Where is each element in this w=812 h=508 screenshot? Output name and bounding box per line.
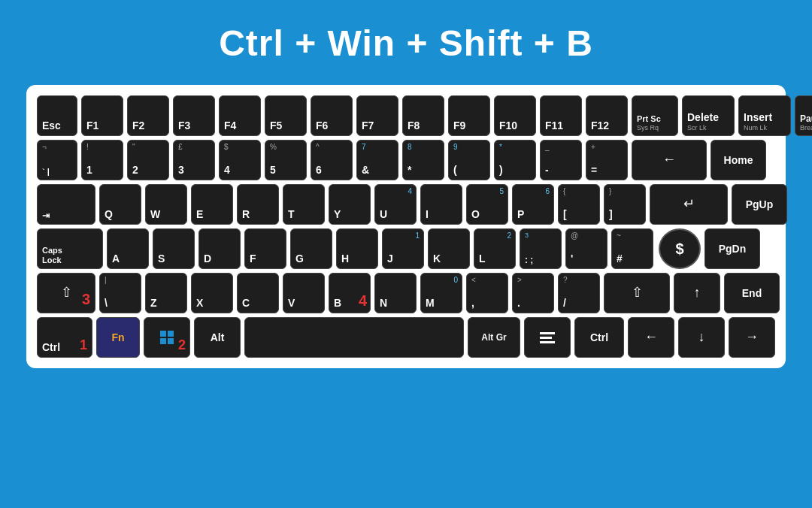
key-fn[interactable]: Fn — [96, 317, 140, 358]
key-z[interactable]: Z — [145, 273, 187, 313]
key-f4[interactable]: F4 — [219, 95, 261, 136]
key-f8[interactable]: F8 — [402, 95, 444, 136]
key-2[interactable]: " 2 — [127, 140, 169, 180]
key-slash[interactable]: ? / — [558, 273, 600, 313]
key-m[interactable]: 0 M — [420, 273, 462, 313]
key-5[interactable]: % 5 — [265, 140, 307, 180]
key-f2[interactable]: F2 — [127, 95, 169, 136]
key-k[interactable]: K — [428, 228, 470, 269]
key-quote[interactable]: @ ' — [565, 228, 607, 269]
key-hash[interactable]: ~ # — [611, 228, 653, 269]
row-zxcv: 3 ⇧ | \ Z X C V 4 B N 0 M < , > . ? / — [37, 273, 775, 313]
key-u[interactable]: 4 U — [374, 184, 417, 225]
menu-icon — [538, 331, 556, 345]
page-title: Ctrl + Win + Shift + B — [219, 23, 593, 64]
key-home[interactable]: Home — [710, 140, 766, 180]
key-backslash2[interactable]: | \ — [99, 273, 141, 313]
row-function: Esc F1 F2 F3 F4 F5 F6 F7 F8 F9 F10 F11 F… — [37, 95, 775, 136]
key-end[interactable]: End — [724, 273, 780, 313]
row-number: ¬ ` | ! 1 " 2 £ 3 $ 4 % 5 ^ 6 7 & — [37, 140, 775, 180]
keyboard: Esc F1 F2 F3 F4 F5 F6 F7 F8 F9 F10 F11 F… — [26, 85, 786, 368]
key-backtick[interactable]: ¬ ` | — [37, 140, 77, 180]
key-equals[interactable]: + = — [586, 140, 628, 180]
key-f12[interactable]: F12 — [586, 95, 628, 136]
key-close-bracket[interactable]: } ] — [604, 184, 646, 225]
key-f7[interactable]: F7 — [356, 95, 398, 136]
key-0[interactable]: * ) — [494, 140, 536, 180]
key-r[interactable]: R — [237, 184, 279, 225]
key-circle-s[interactable]: $ — [659, 228, 701, 269]
key-semicolon[interactable]: 3 : ; — [520, 228, 562, 269]
key-i[interactable]: I — [420, 184, 462, 225]
key-b[interactable]: 4 B — [329, 273, 371, 313]
key-8[interactable]: 8 * — [402, 140, 444, 180]
key-4[interactable]: $ 4 — [219, 140, 261, 180]
key-s[interactable]: S — [153, 228, 195, 269]
key-f9[interactable]: F9 — [448, 95, 490, 136]
key-prtsc[interactable]: Prt Sc Sys Rq — [632, 95, 678, 136]
key-v[interactable]: V — [283, 273, 325, 313]
key-f11[interactable]: F11 — [540, 95, 582, 136]
key-comma[interactable]: < , — [466, 273, 508, 313]
key-delete[interactable]: Delete Scr Lk — [682, 95, 735, 136]
key-f6[interactable]: F6 — [311, 95, 353, 136]
key-ctrl-left[interactable]: Ctrl 1 — [37, 317, 92, 358]
key-backspace[interactable]: ← — [632, 140, 707, 180]
windows-logo-icon — [160, 331, 174, 344]
row-bottom: Ctrl 1 Fn 2 Alt Alt Gr Ctrl ← ↓ → — [37, 317, 775, 358]
row-asdf: CapsLock A S D F G H 1 J K 2 L 3 : ; @ '… — [37, 228, 775, 269]
key-y[interactable]: Y — [329, 184, 371, 225]
key-esc[interactable]: Esc — [37, 95, 77, 136]
key-o[interactable]: 5 O — [466, 184, 508, 225]
key-pgdn[interactable]: PgDn — [704, 228, 760, 269]
key-down[interactable]: ↓ — [678, 317, 725, 358]
key-t[interactable]: T — [283, 184, 325, 225]
key-space[interactable] — [244, 317, 464, 358]
row-qwerty: ⇥ Q W E R T Y 4 U I 5 O 6 P { [ } ] ↵ — [37, 184, 775, 225]
key-left[interactable]: ← — [628, 317, 674, 358]
key-tab[interactable]: ⇥ — [37, 184, 95, 225]
key-j[interactable]: 1 J — [382, 228, 424, 269]
key-n[interactable]: N — [374, 273, 417, 313]
key-f1[interactable]: F1 — [81, 95, 123, 136]
key-1[interactable]: ! 1 — [81, 140, 123, 180]
key-period[interactable]: > . — [512, 273, 554, 313]
key-capslock[interactable]: CapsLock — [37, 228, 103, 269]
key-alt[interactable]: Alt — [194, 317, 241, 358]
key-q[interactable]: Q — [99, 184, 141, 225]
key-right[interactable]: → — [729, 317, 775, 358]
key-f5[interactable]: F5 — [265, 95, 307, 136]
key-w[interactable]: W — [145, 184, 187, 225]
key-win[interactable]: 2 — [144, 317, 190, 358]
key-shift-left[interactable]: 3 ⇧ — [37, 273, 95, 313]
key-p[interactable]: 6 P — [512, 184, 554, 225]
key-6[interactable]: ^ 6 — [311, 140, 353, 180]
key-f3[interactable]: F3 — [173, 95, 215, 136]
key-minus[interactable]: _ - — [540, 140, 582, 180]
key-altgr[interactable]: Alt Gr — [468, 317, 520, 358]
key-shift-right[interactable]: ⇧ — [604, 273, 670, 313]
key-e[interactable]: E — [191, 184, 233, 225]
key-9[interactable]: 9 ( — [448, 140, 490, 180]
key-g[interactable]: G — [290, 228, 332, 269]
key-f10[interactable]: F10 — [494, 95, 536, 136]
key-open-bracket[interactable]: { [ — [558, 184, 600, 225]
key-3[interactable]: £ 3 — [173, 140, 215, 180]
key-enter[interactable]: ↵ — [650, 184, 728, 225]
key-ctrl-right[interactable]: Ctrl — [574, 317, 624, 358]
key-c[interactable]: C — [237, 273, 279, 313]
key-pgup[interactable]: PgUp — [732, 184, 787, 225]
key-7[interactable]: 7 & — [356, 140, 398, 180]
key-menu[interactable] — [524, 317, 571, 358]
key-d[interactable]: D — [198, 228, 241, 269]
key-a[interactable]: A — [107, 228, 149, 269]
key-f[interactable]: F — [244, 228, 286, 269]
key-insert[interactable]: Insert Num Lk — [738, 95, 791, 136]
key-x[interactable]: X — [191, 273, 233, 313]
key-pause[interactable]: Pause Break — [795, 95, 812, 136]
key-l[interactable]: 2 L — [474, 228, 516, 269]
key-h[interactable]: H — [336, 228, 378, 269]
key-up[interactable]: ↑ — [674, 273, 720, 313]
